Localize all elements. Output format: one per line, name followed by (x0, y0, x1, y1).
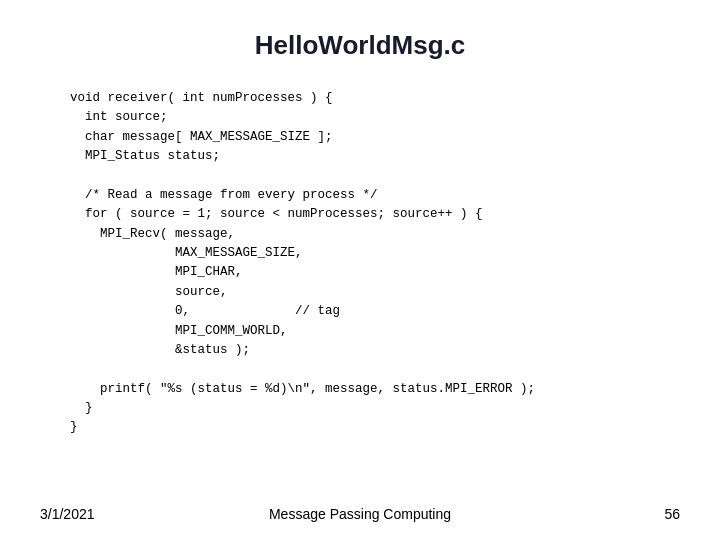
slide-title: HelloWorldMsg.c (40, 30, 680, 61)
code-block: void receiver( int numProcesses ) { int … (70, 89, 680, 438)
slide-container: HelloWorldMsg.c void receiver( int numPr… (0, 0, 720, 540)
footer-date: 3/1/2021 (40, 506, 95, 522)
footer-center-text: Message Passing Computing (269, 506, 451, 522)
footer: 3/1/2021 Message Passing Computing 56 (0, 506, 720, 522)
footer-page-number: 56 (664, 506, 680, 522)
